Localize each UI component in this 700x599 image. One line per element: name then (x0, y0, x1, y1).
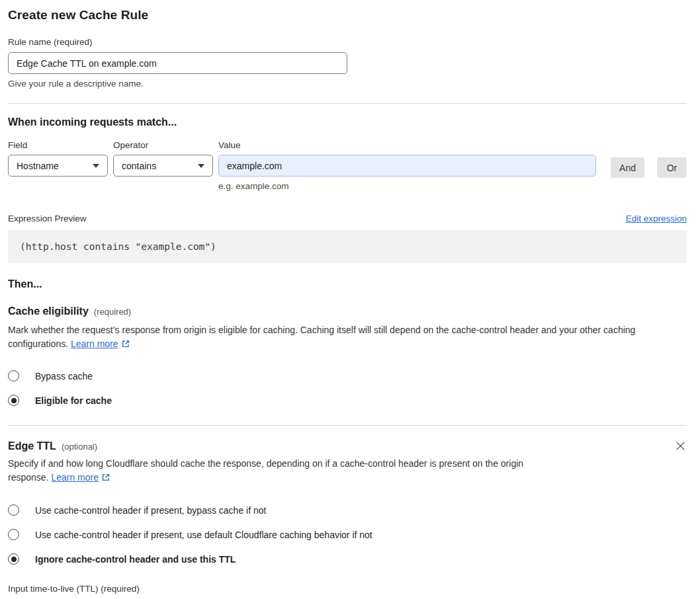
rule-name-label: Rule name (required) (8, 37, 687, 47)
external-link-icon (121, 339, 130, 352)
page-title: Create new Cache Rule (8, 8, 687, 22)
radio-option-use-header-bypass[interactable]: Use cache-control header if present, byp… (8, 504, 687, 516)
radio-icon[interactable] (8, 504, 19, 516)
match-section-heading: When incoming requests match... (8, 116, 687, 128)
learn-more-link[interactable]: Learn more (51, 472, 99, 483)
radio-option-use-header-default[interactable]: Use cache-control header if present, use… (8, 529, 687, 540)
edge-ttl-title: Edge TTL (8, 440, 56, 452)
radio-option-eligible-for-cache[interactable]: Eligible for cache (8, 395, 687, 406)
create-cache-rule-page: Create new Cache Rule Rule name (require… (0, 0, 700, 599)
radio-icon[interactable] (8, 529, 19, 540)
operator-label: Operator (113, 140, 213, 150)
match-builder-row: Field Hostname Operator contains Value e… (8, 140, 687, 191)
radio-icon-selected[interactable] (8, 553, 19, 565)
field-label: Field (8, 140, 108, 150)
cache-eligibility-required-badge: (required) (94, 307, 131, 317)
rule-name-input[interactable]: Edge Cache TTL on example.com (8, 52, 347, 74)
external-link-icon (101, 472, 110, 486)
rule-name-value: Edge Cache TTL on example.com (17, 58, 157, 69)
or-button[interactable]: Or (657, 157, 687, 178)
value-input-text: example.com (227, 161, 282, 171)
value-input[interactable]: example.com (218, 155, 596, 177)
radio-option-bypass-cache[interactable]: Bypass cache (8, 370, 687, 381)
close-icon[interactable] (674, 440, 687, 452)
chevron-down-icon (198, 164, 204, 168)
expression-preview-code: (http.host contains "example.com") (8, 230, 687, 263)
value-label: Value (218, 140, 596, 150)
then-heading: Then... (8, 278, 687, 290)
operator-select-value: contains (122, 161, 156, 171)
edge-ttl-description: Specify if and how long Cloudflare shoul… (8, 457, 564, 486)
radio-option-ignore-header-ttl[interactable]: Ignore cache-control header and use this… (8, 553, 687, 565)
chevron-down-icon (93, 164, 99, 168)
operator-select[interactable]: contains (113, 155, 213, 177)
divider (8, 103, 687, 104)
radio-icon[interactable] (8, 370, 19, 381)
field-select[interactable]: Hostname (8, 155, 108, 177)
field-select-value: Hostname (17, 161, 59, 171)
edge-ttl-optional-badge: (optional) (62, 442, 97, 452)
ttl-label: Input time-to-live (TTL) (required) (8, 584, 687, 594)
expression-preview-label: Expression Preview (8, 214, 87, 223)
cache-eligibility-description: Mark whether the request’s response from… (8, 323, 687, 352)
value-help: e.g. example.com (218, 181, 596, 191)
rule-name-help: Give your rule a descriptive name. (8, 79, 687, 89)
and-button[interactable]: And (611, 157, 644, 178)
divider (8, 425, 687, 426)
radio-icon-selected[interactable] (8, 395, 19, 406)
learn-more-link[interactable]: Learn more (71, 339, 118, 349)
cache-eligibility-title: Cache eligibility (8, 305, 89, 317)
edit-expression-link[interactable]: Edit expression (626, 214, 687, 223)
